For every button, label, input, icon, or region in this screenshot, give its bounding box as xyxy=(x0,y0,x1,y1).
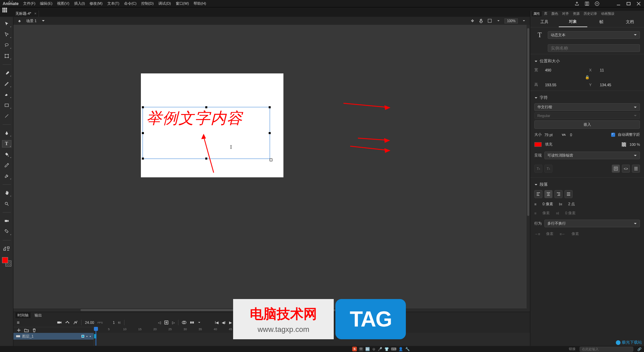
tab-align[interactable]: 对齐 xyxy=(560,11,571,16)
font-family-select[interactable]: 华文行楷 xyxy=(534,103,640,111)
behavior-select[interactable]: 多行不换行 xyxy=(544,220,640,227)
menu-view[interactable]: 视图(V) xyxy=(57,1,69,6)
tab-assets[interactable]: 资源 xyxy=(571,11,581,16)
close-icon[interactable] xyxy=(636,1,641,6)
space-after-value[interactable]: 0 像素 xyxy=(565,211,576,216)
autokern-checkbox[interactable] xyxy=(611,133,615,137)
text-type-select[interactable]: 动态文本 xyxy=(548,31,640,39)
window-arrange-icon[interactable] xyxy=(584,1,590,6)
free-transform-tool[interactable] xyxy=(2,52,11,60)
line-spacing-value[interactable]: 2 点 xyxy=(568,201,575,207)
resize-handle[interactable] xyxy=(269,106,271,108)
hand-tool[interactable] xyxy=(2,189,11,197)
x-value[interactable]: 11 xyxy=(600,68,640,72)
resize-handle[interactable] xyxy=(142,132,144,134)
ime-icon[interactable]: 🎤 xyxy=(378,347,382,351)
rectangle-tool[interactable] xyxy=(2,102,11,109)
zoom-tool[interactable] xyxy=(2,200,11,208)
align-right-icon[interactable] xyxy=(554,190,562,198)
tab-library[interactable]: 库 xyxy=(542,11,549,16)
tab-timeline[interactable]: 时间轴 xyxy=(15,312,31,318)
ime-icon[interactable]: 🔧 xyxy=(405,347,410,351)
menu-command[interactable]: 命令(C) xyxy=(124,1,137,6)
paragraph-options-icon[interactable] xyxy=(632,165,640,173)
render-select[interactable]: 可读性消除锯齿 xyxy=(544,152,640,159)
tab-output[interactable]: 输出 xyxy=(35,313,42,318)
camera-tool[interactable] xyxy=(2,217,11,225)
chevron-down-icon[interactable] xyxy=(521,18,527,23)
lock-icon[interactable]: 🔒 xyxy=(585,75,590,79)
resize-handle[interactable] xyxy=(142,106,144,108)
align-left-icon[interactable] xyxy=(534,190,542,198)
lasso-tool[interactable] xyxy=(2,42,11,49)
canvas-area[interactable]: 举例文字内容 I xyxy=(13,25,530,312)
edit-multiple-icon[interactable] xyxy=(190,320,195,325)
link-icon[interactable]: 🔗 xyxy=(637,347,641,351)
align-justify-icon[interactable] xyxy=(565,190,573,198)
layer-row[interactable]: 图层_1 • • xyxy=(13,333,94,340)
pen-tool[interactable] xyxy=(2,129,11,137)
tab-anim-preset[interactable]: 动画预设 xyxy=(599,11,616,16)
fill-color-swatch[interactable] xyxy=(534,142,542,147)
fps-value[interactable]: 24.00 xyxy=(85,320,94,325)
menu-insert[interactable]: 插入(I) xyxy=(74,1,85,6)
sub-tab-tool[interactable]: 工具 xyxy=(530,17,559,27)
subselection-tool[interactable] xyxy=(2,31,11,38)
stroke-color-swatch[interactable] xyxy=(2,257,8,263)
playhead[interactable] xyxy=(94,327,98,346)
pan-icon[interactable]: ✥ xyxy=(470,18,475,23)
line-tool[interactable] xyxy=(2,112,11,120)
wrench-tool[interactable] xyxy=(2,172,11,180)
layer-name[interactable]: 图层_1 xyxy=(22,334,34,339)
resize-handle[interactable] xyxy=(270,159,272,161)
ime-icon[interactable]: 👤 xyxy=(398,347,403,351)
resize-handle[interactable] xyxy=(142,158,144,160)
menu-modify[interactable]: 修改(M) xyxy=(90,1,103,6)
minimize-icon[interactable] xyxy=(616,1,621,6)
tab-properties[interactable]: 属性 xyxy=(532,11,542,16)
resize-handle[interactable] xyxy=(205,106,207,108)
play-icon[interactable]: ▶ xyxy=(229,320,232,325)
eraser-tool[interactable] xyxy=(2,91,11,98)
ime-icon[interactable]: 🔤 xyxy=(365,347,370,351)
menu-edit[interactable]: 编辑(E) xyxy=(40,1,52,6)
font-style-select[interactable]: Regular xyxy=(534,112,640,119)
ime-icon[interactable]: ☺ xyxy=(372,347,376,351)
sub-tab-frame[interactable]: 帧 xyxy=(587,17,616,27)
frame-number[interactable]: 1 xyxy=(113,320,115,325)
link-input[interactable] xyxy=(580,347,633,352)
zoom-value[interactable]: 100% xyxy=(504,18,518,23)
onion-skin-icon[interactable] xyxy=(182,320,186,325)
layer-depth-icon[interactable] xyxy=(65,320,70,325)
fill-alpha-value[interactable]: 100 % xyxy=(630,142,640,146)
section-position-header[interactable]: 位置和大小 xyxy=(534,57,640,65)
size-value[interactable]: 79 pt xyxy=(544,133,552,137)
color-swatches[interactable] xyxy=(2,257,11,267)
text-frame[interactable]: 举例文字内容 I xyxy=(143,107,270,159)
play-test-icon[interactable] xyxy=(594,1,600,6)
border-icon[interactable] xyxy=(612,165,620,173)
ime-icon[interactable]: 👕 xyxy=(384,347,389,351)
delete-layer-icon[interactable] xyxy=(32,328,36,332)
menu-file[interactable]: 文件(F) xyxy=(23,1,35,6)
rewind-icon[interactable]: I◀ xyxy=(215,320,218,325)
scene-dropdown-icon[interactable] xyxy=(41,18,46,23)
maximize-icon[interactable] xyxy=(626,1,631,6)
swap-colors-icon[interactable] xyxy=(2,245,11,252)
clipping-icon[interactable] xyxy=(487,18,492,23)
section-character-header[interactable]: 字符 xyxy=(534,94,640,102)
ime-icon[interactable]: ⌨ xyxy=(391,347,396,351)
document-tab[interactable]: 无标题-4* × xyxy=(13,10,39,17)
new-folder-icon[interactable] xyxy=(24,328,29,332)
insert-frame-icon[interactable] xyxy=(164,320,169,325)
embed-button[interactable]: 嵌入 xyxy=(534,120,640,129)
selectable-icon[interactable]: Ts xyxy=(534,165,542,173)
graph-icon[interactable] xyxy=(73,320,78,325)
menu-help[interactable]: 帮助(H) xyxy=(194,1,206,6)
share-icon[interactable] xyxy=(574,1,580,6)
layer-lock-dot[interactable]: • xyxy=(90,334,91,338)
y-value[interactable]: 134.45 xyxy=(600,83,640,87)
goto-first-icon[interactable]: ◁ xyxy=(158,320,161,325)
layers-icon[interactable]: ≡ xyxy=(17,320,19,325)
ime-logo-icon[interactable]: S xyxy=(352,347,357,351)
